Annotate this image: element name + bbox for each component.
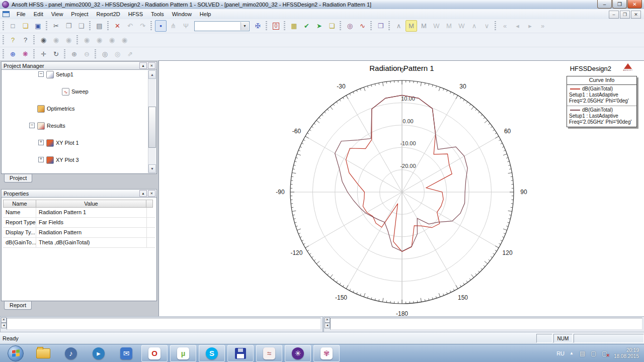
dataset-wave-1-button[interactable]: ∧ bbox=[393, 20, 405, 32]
menu-report2d[interactable]: Report2D bbox=[93, 10, 124, 19]
zoom-results-button[interactable]: ◎ bbox=[344, 20, 356, 32]
tree-item-label[interactable]: XY Plot 4 bbox=[54, 173, 80, 174]
panel-close-button[interactable]: ✕ bbox=[148, 62, 155, 69]
delete-button[interactable]: ✕ bbox=[112, 20, 123, 32]
explorer-button[interactable] bbox=[31, 345, 56, 361]
collapse-icon[interactable]: ◂ bbox=[325, 323, 330, 328]
dataset-wave-5-button[interactable]: M bbox=[443, 20, 455, 32]
tab-project[interactable]: Project bbox=[4, 174, 32, 183]
undo-button[interactable]: ↶ bbox=[124, 20, 136, 32]
ansoft-app-button[interactable]: ✳ bbox=[285, 345, 311, 362]
new-button[interactable]: □ bbox=[7, 20, 19, 32]
mdi-close-button[interactable]: ✕ bbox=[631, 11, 641, 19]
skype-button[interactable]: S bbox=[199, 345, 225, 362]
zoom-out-button[interactable]: ⊖ bbox=[81, 48, 93, 60]
smith-chart-button[interactable]: ⊕ bbox=[7, 48, 19, 60]
volume-button[interactable]: ♪ bbox=[58, 345, 84, 361]
mdi-minimize-button[interactable]: – bbox=[609, 11, 619, 19]
scroll-up-icon[interactable]: ▲ bbox=[148, 70, 156, 79]
next-frame-button[interactable]: ▸ bbox=[524, 20, 536, 32]
paint-app-button[interactable]: ✾ bbox=[313, 345, 340, 362]
help-button[interactable]: ? bbox=[7, 34, 19, 46]
radiation-pattern-plot[interactable]: 0306090120150-180-150-120-90-60-3010.000… bbox=[158, 60, 644, 317]
scroll-thumb[interactable] bbox=[148, 107, 156, 148]
tree-item-label[interactable]: XY Plot 1 bbox=[54, 139, 80, 146]
opera-button[interactable]: O bbox=[141, 345, 168, 362]
paste-button[interactable]: ❑ bbox=[75, 20, 87, 32]
tree-item[interactable]: ∿Sweep bbox=[2, 87, 156, 96]
taskbar-clock[interactable]: 20:19 18.08.2015 bbox=[614, 347, 639, 359]
dataset-wave-6-button[interactable]: W bbox=[456, 20, 467, 32]
tree-expander-icon[interactable]: + bbox=[38, 140, 44, 145]
menu-help[interactable]: Help bbox=[196, 10, 215, 19]
toolbar-grip[interactable] bbox=[370, 21, 373, 31]
restore-button[interactable]: ❐ bbox=[612, 0, 627, 9]
copy-image-button[interactable]: ❒ bbox=[375, 20, 386, 32]
tree-item-label[interactable]: XY Plot 3 bbox=[54, 156, 80, 163]
toolbar-grip[interactable] bbox=[33, 49, 36, 59]
toolbar-grip[interactable] bbox=[495, 21, 497, 31]
tree-expander-icon[interactable]: – bbox=[38, 71, 44, 77]
view-option-3-button[interactable]: ◉ bbox=[106, 34, 118, 46]
hide-selection-button[interactable]: ◉ bbox=[50, 34, 62, 46]
close-icon[interactable]: ✕ bbox=[1, 317, 7, 323]
menu-file[interactable]: File bbox=[13, 10, 30, 19]
start-button[interactable] bbox=[3, 345, 28, 361]
copy-button[interactable]: ❐ bbox=[63, 20, 74, 32]
last-frame-button[interactable]: » bbox=[537, 20, 548, 32]
property-value[interactable]: Radiation Pattern 1 bbox=[36, 208, 147, 217]
floppy-app-button[interactable] bbox=[227, 345, 254, 362]
tree-item[interactable]: +XY Plot 1 bbox=[2, 138, 156, 147]
tree-scrollbar[interactable]: ▲▼ bbox=[148, 70, 156, 173]
validate-button[interactable]: ▦ bbox=[288, 20, 300, 32]
toolbar-grip[interactable] bbox=[76, 35, 79, 45]
scroll-down-icon[interactable]: ▼ bbox=[148, 164, 156, 173]
context-help-button[interactable]: ? bbox=[20, 34, 31, 46]
tree-item[interactable]: –Results bbox=[2, 121, 156, 130]
toolbar-grip[interactable] bbox=[64, 49, 66, 59]
view-option-4-button[interactable]: ◉ bbox=[119, 34, 130, 46]
display-icon[interactable]: ▢ bbox=[590, 349, 597, 357]
solution-data-button[interactable]: ❏ bbox=[326, 20, 338, 32]
zoom-in-button[interactable]: ⊕ bbox=[68, 48, 80, 60]
analyze-all-button[interactable]: ➤ bbox=[313, 20, 325, 32]
progress-text-area[interactable] bbox=[330, 318, 642, 330]
tree-item[interactable]: +XY Plot 4 bbox=[2, 172, 156, 174]
toolbar-grip[interactable] bbox=[3, 49, 5, 59]
toolbar-grip[interactable] bbox=[150, 21, 153, 31]
menu-project[interactable]: Project bbox=[67, 10, 92, 19]
close-button[interactable]: ✕ bbox=[627, 0, 642, 9]
save-button[interactable]: ▣ bbox=[32, 20, 44, 32]
toolbar-grip[interactable] bbox=[284, 21, 286, 31]
network-error-icon[interactable]: ▢✕ bbox=[601, 349, 608, 357]
create-report-button[interactable]: ∿ bbox=[357, 20, 368, 32]
boundary-display-button[interactable]: 0 bbox=[270, 20, 282, 32]
collapse-icon[interactable]: ◂ bbox=[1, 323, 7, 328]
toolbar-grip[interactable] bbox=[89, 21, 92, 31]
tree-item[interactable]: Optimetrics bbox=[2, 104, 156, 113]
boolean-button[interactable]: Ψ bbox=[180, 20, 192, 32]
panel-collapse-button[interactable]: ▲ bbox=[139, 62, 147, 69]
toolbar-grip[interactable] bbox=[388, 21, 391, 31]
close-icon[interactable]: ✕ bbox=[325, 317, 330, 323]
show-all-button[interactable]: ◉ bbox=[38, 34, 49, 46]
tree-item-label[interactable]: Setup1 bbox=[54, 71, 75, 78]
language-indicator[interactable]: RU bbox=[556, 350, 565, 356]
selection-combobox[interactable]: ▼ bbox=[194, 21, 250, 31]
property-value[interactable]: Radiation Pattern bbox=[36, 228, 147, 237]
panel-close-button[interactable]: ✕ bbox=[148, 190, 155, 197]
menu-hfss[interactable]: HFSS bbox=[124, 10, 147, 19]
minimize-button[interactable]: – bbox=[597, 0, 612, 9]
rotate-button[interactable]: ↻ bbox=[50, 48, 62, 60]
property-value[interactable]: Far Fields bbox=[36, 218, 147, 227]
select-object-button[interactable]: ▪ bbox=[155, 20, 167, 32]
dataset-wave-4-button[interactable]: W bbox=[431, 20, 442, 32]
view-option-1-button[interactable]: ◉ bbox=[81, 34, 93, 46]
toolbar-grip[interactable] bbox=[266, 21, 268, 31]
toolbar-grip[interactable] bbox=[95, 49, 97, 59]
open-button[interactable]: ❏ bbox=[20, 20, 31, 32]
media-player-button[interactable]: ▸ bbox=[86, 345, 111, 361]
chevron-down-icon[interactable]: ▼ bbox=[240, 22, 249, 30]
polar-plot-button[interactable]: ❋ bbox=[20, 48, 31, 60]
tree-item[interactable]: +XY Plot 3 bbox=[2, 155, 156, 164]
